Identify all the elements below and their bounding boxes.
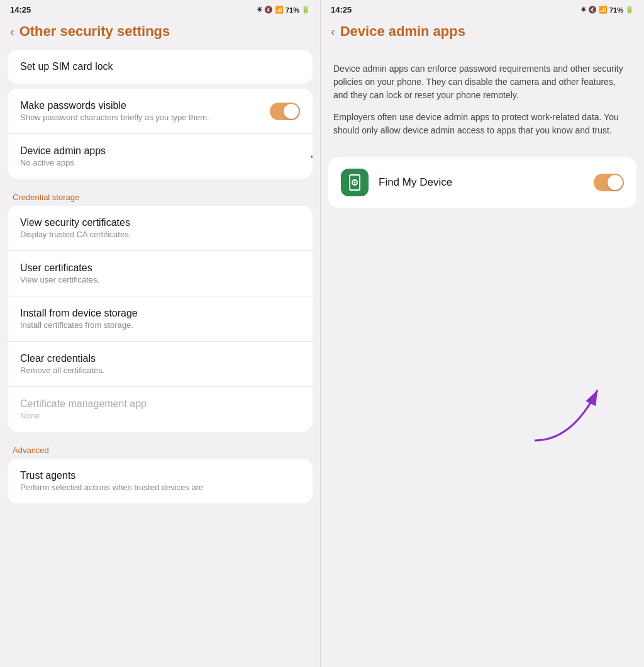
- battery-text: 71%: [286, 6, 299, 14]
- left-time: 14:25: [10, 5, 31, 14]
- trust-agents-text: Trust agents Perform selected actions wh…: [20, 470, 203, 492]
- advanced-label: Advanced: [8, 437, 313, 459]
- device-admin-subtitle: No active apps: [20, 158, 106, 167]
- fmd-card-wrapper: Find My Device: [321, 150, 644, 213]
- sim-card-title: Set up SIM card lock: [20, 61, 113, 72]
- right-bluetooth-icon: ✳: [580, 6, 586, 14]
- user-certs-title: User certificates: [20, 262, 99, 274]
- right-status-icons: ✳ 🔇 📶 71% 🔋: [580, 6, 634, 14]
- svg-point-4: [354, 182, 356, 184]
- find-my-device-icon: [341, 169, 369, 196]
- cert-mgmt-text: Certificate management app None: [20, 398, 147, 420]
- view-certs-item[interactable]: View security certificates Display trust…: [8, 206, 313, 251]
- make-passwords-subtitle: Show password characters briefly as you …: [20, 113, 209, 122]
- make-passwords-title: Make passwords visible: [20, 100, 209, 111]
- find-my-device-toggle[interactable]: [594, 174, 624, 191]
- install-storage-title: Install from device storage: [20, 308, 138, 319]
- install-storage-subtitle: Install certificates from storage.: [20, 320, 138, 330]
- description-para-1: Device admin apps can enforce password r…: [333, 62, 631, 102]
- user-certs-item[interactable]: User certificates View user certificates…: [8, 251, 313, 296]
- toggle-knob: [284, 104, 299, 119]
- trust-agents-item[interactable]: Trust agents Perform selected actions wh…: [8, 459, 313, 503]
- right-header: ‹ Device admin apps: [321, 17, 644, 50]
- passwords-admin-card: Make passwords visible Show password cha…: [8, 89, 313, 179]
- advanced-card: Trust agents Perform selected actions wh…: [8, 459, 313, 503]
- right-purple-arrow: [516, 352, 616, 453]
- cert-mgmt-title: Certificate management app: [20, 398, 147, 410]
- cert-mgmt-item: Certificate management app None: [8, 387, 313, 432]
- purple-arrow-annotation: [311, 147, 313, 166]
- left-status-bar: 14:25 ✳ 🔇 📶 71% 🔋: [0, 0, 320, 17]
- make-passwords-text: Make passwords visible Show password cha…: [20, 100, 209, 122]
- device-admin-text: Device admin apps No active apps: [20, 145, 106, 167]
- battery-icon: 🔋: [301, 6, 310, 14]
- left-header: ‹ Other security settings: [0, 17, 320, 50]
- left-back-button[interactable]: ‹: [10, 25, 14, 39]
- fmd-toggle-knob: [608, 175, 623, 190]
- clear-credentials-title: Clear credentials: [20, 353, 104, 364]
- right-wifi-icon: 📶: [599, 6, 608, 14]
- device-admin-title: Device admin apps: [20, 145, 106, 157]
- trust-agents-title: Trust agents: [20, 470, 203, 481]
- right-battery-icon: 🔋: [625, 6, 634, 14]
- left-content: Set up SIM card lock Make passwords visi…: [0, 50, 320, 667]
- right-mute-icon: 🔇: [588, 6, 597, 14]
- phone-find-svg: [347, 174, 363, 191]
- clear-credentials-text: Clear credentials Remove all certificate…: [20, 353, 104, 375]
- device-admin-item[interactable]: Device admin apps No active apps: [8, 134, 313, 179]
- view-certs-text: View security certificates Display trust…: [20, 217, 131, 239]
- bluetooth-icon: ✳: [257, 6, 262, 14]
- credential-storage-card: View security certificates Display trust…: [8, 206, 313, 432]
- description-para-2: Employers often use device admin apps to…: [333, 111, 631, 137]
- find-my-device-label: Find My Device: [379, 176, 584, 189]
- clear-credentials-subtitle: Remove all certificates.: [20, 366, 104, 375]
- description-block: Device admin apps can enforce password r…: [321, 50, 644, 150]
- sim-card-text: Set up SIM card lock: [20, 61, 113, 72]
- install-storage-item[interactable]: Install from device storage Install cert…: [8, 296, 313, 342]
- right-battery-text: 71%: [609, 6, 623, 14]
- left-panel: 14:25 ✳ 🔇 📶 71% 🔋 ‹ Other security setti…: [0, 0, 321, 667]
- trust-agents-subtitle: Perform selected actions when trusted de…: [20, 483, 203, 492]
- right-panel: 14:25 ✳ 🔇 📶 71% 🔋 ‹ Device admin apps De…: [321, 0, 644, 667]
- right-back-button[interactable]: ‹: [331, 25, 335, 39]
- make-passwords-item[interactable]: Make passwords visible Show password cha…: [8, 89, 313, 134]
- right-time: 14:25: [331, 5, 352, 14]
- cert-mgmt-subtitle: None: [20, 411, 147, 420]
- find-my-device-card: Find My Device: [328, 157, 636, 208]
- view-certs-title: View security certificates: [20, 217, 131, 228]
- user-certs-text: User certificates View user certificates…: [20, 262, 99, 284]
- credential-storage-label: Credential storage: [8, 184, 313, 206]
- find-my-device-row[interactable]: Find My Device: [328, 157, 636, 208]
- sim-card-lock-item[interactable]: Set up SIM card lock: [8, 50, 313, 84]
- mute-icon: 🔇: [264, 6, 273, 14]
- left-status-icons: ✳ 🔇 📶 71% 🔋: [257, 6, 310, 14]
- wifi-icon: 📶: [275, 6, 284, 14]
- right-page-title: Device admin apps: [340, 23, 465, 40]
- clear-credentials-item[interactable]: Clear credentials Remove all certificate…: [8, 342, 313, 387]
- right-status-bar: 14:25 ✳ 🔇 📶 71% 🔋: [321, 0, 644, 17]
- view-certs-subtitle: Display trusted CA certificates.: [20, 230, 131, 239]
- sim-card-card: Set up SIM card lock: [8, 50, 313, 84]
- install-storage-text: Install from device storage Install cert…: [20, 308, 138, 330]
- left-page-title: Other security settings: [19, 23, 170, 40]
- make-passwords-toggle[interactable]: [270, 103, 300, 120]
- user-certs-subtitle: View user certificates.: [20, 275, 99, 284]
